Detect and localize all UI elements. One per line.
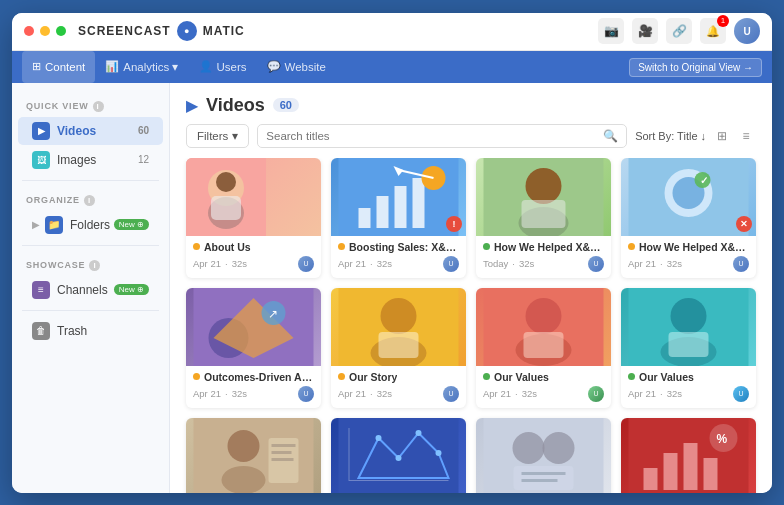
sidebar-trash-label: Trash [57, 324, 87, 338]
sidebar-item-folders[interactable]: ▶ 📁 Folders New ⊕ [18, 211, 163, 239]
view-toggle: ⊞ ≡ [712, 126, 756, 146]
video-meta-6: Apr 21 · 32s U [338, 386, 459, 402]
svg-text:✓: ✓ [700, 175, 708, 186]
users-icon: 👤 [199, 60, 213, 73]
svg-rect-53 [349, 428, 350, 480]
filters-label: Filters [197, 130, 228, 142]
sidebar-item-trash[interactable]: 🗑 Trash [18, 317, 163, 345]
folders-icon: 📁 [45, 216, 63, 234]
video-duration-1: 32s [232, 258, 247, 269]
notification-icon[interactable]: 🔔 [700, 18, 726, 44]
video-title-row-3: How We Helped X&Co [483, 241, 604, 253]
folders-new-badge: New ⊕ [114, 219, 149, 230]
svg-rect-62 [664, 453, 678, 490]
video-card-1[interactable]: About Us Apr 21 · 32s U [186, 158, 321, 278]
filters-button[interactable]: Filters ▾ [186, 124, 249, 148]
video-card-2[interactable]: ! Boosting Sales: X&Co Apr 21 · [331, 158, 466, 278]
sidebar-item-channels[interactable]: ≡ Channels New ⊕ [18, 276, 163, 304]
video-title-row-2: Boosting Sales: X&Co [338, 241, 459, 253]
maximize-button[interactable] [56, 26, 66, 36]
switch-view-button[interactable]: Switch to Original View → [629, 58, 762, 77]
nav-content-label: Content [45, 61, 85, 73]
svg-text:↗: ↗ [268, 307, 278, 321]
video-avatar-5: U [298, 386, 314, 402]
share-icon[interactable]: 🔗 [666, 18, 692, 44]
video-thumb-1 [186, 158, 321, 236]
page-title: Videos [206, 95, 265, 116]
svg-rect-45 [272, 458, 294, 461]
nav-analytics[interactable]: 📊 Analytics ▾ [95, 51, 188, 83]
video-thumb-11 [476, 418, 611, 493]
video-card-4[interactable]: ✓ ✕ How We Helped X&Co Apr 21 [621, 158, 756, 278]
video-thumb-9 [186, 418, 321, 493]
video-card-12[interactable]: % The Numbers: Young... Apr 21 [621, 418, 756, 493]
video-info-2: Boosting Sales: X&Co Apr 21 · 32s U [331, 236, 466, 278]
svg-rect-57 [514, 466, 574, 490]
video-info-8: Our Values Apr 21 · 32s U [621, 366, 756, 408]
video-avatar-4: U [733, 256, 749, 272]
close-button[interactable] [24, 26, 34, 36]
video-card-3[interactable]: How We Helped X&Co Today · 32s U [476, 158, 611, 278]
video-info-1: About Us Apr 21 · 32s U [186, 236, 321, 278]
search-input[interactable] [266, 130, 603, 142]
window-controls [24, 26, 66, 36]
svg-point-50 [416, 430, 422, 436]
videos-icon: ▶ [32, 122, 50, 140]
showcase-info-icon: i [89, 260, 100, 271]
svg-point-2 [216, 172, 236, 192]
video-title-row-8: Our Values [628, 371, 749, 383]
status-dot-7 [483, 373, 490, 380]
svg-rect-7 [377, 196, 389, 228]
svg-rect-64 [704, 458, 718, 490]
list-view-button[interactable]: ≡ [736, 126, 756, 146]
video-title-row-1: About Us [193, 241, 314, 253]
nav-content[interactable]: ⊞ Content [22, 51, 95, 83]
video-date-8: Apr 21 [628, 388, 656, 399]
svg-rect-58 [522, 472, 566, 475]
video-title-3: How We Helped X&Co [494, 241, 604, 253]
brand-name-left: SCREENCAST [78, 24, 171, 38]
sidebar-item-images[interactable]: 🖼 Images 12 [18, 146, 163, 174]
brand-name-right: MATIC [203, 24, 245, 38]
search-icon: 🔍 [603, 129, 618, 143]
video-date-1: Apr 21 [193, 258, 221, 269]
nav-bar: ⊞ Content 📊 Analytics ▾ 👤 Users 💬 Websit… [12, 51, 772, 83]
video-dur-4: · [660, 258, 663, 269]
sort-direction-icon: ↓ [701, 130, 707, 142]
video-card-8[interactable]: Our Values Apr 21 · 32s U [621, 288, 756, 408]
video-card-10[interactable]: Sales Lift: Merriweatt... Apr 21 · 32s U [331, 418, 466, 493]
grid-view-button[interactable]: ⊞ [712, 126, 732, 146]
sidebar-videos-label: Videos [57, 124, 96, 138]
status-dot-2 [338, 243, 345, 250]
camera-icon[interactable]: 📷 [598, 18, 624, 44]
error-badge-2: ! [446, 216, 462, 232]
user-avatar[interactable]: U [734, 18, 760, 44]
error-badge-4: ✕ [736, 216, 752, 232]
video-total-count: 60 [273, 98, 299, 112]
nav-website[interactable]: 💬 Website [257, 51, 336, 83]
sort-button[interactable]: Sort By: Title ↓ [635, 130, 706, 142]
video-card-7[interactable]: Our Values Apr 21 · 32s U [476, 288, 611, 408]
trash-icon: 🗑 [32, 322, 50, 340]
sort-label: Sort By: Title [635, 130, 697, 142]
svg-rect-4 [211, 196, 241, 220]
video-info-3: How We Helped X&Co Today · 32s U [476, 236, 611, 278]
video-card-11[interactable]: The Numbers: Young... Apr 21 · 32s U [476, 418, 611, 493]
quickview-info-icon: i [93, 101, 104, 112]
video-duration-2: 32s [377, 258, 392, 269]
status-dot-4 [628, 243, 635, 250]
video-title-6: Our Story [349, 371, 397, 383]
minimize-button[interactable] [40, 26, 50, 36]
video-icon[interactable]: 🎥 [632, 18, 658, 44]
search-bar: 🔍 [257, 124, 627, 148]
video-date-4: Apr 21 [628, 258, 656, 269]
video-card-5[interactable]: ↗ Outcomes-Driven Ap... Apr 21 [186, 288, 321, 408]
video-card-6[interactable]: Our Story Apr 21 · 32s U [331, 288, 466, 408]
nav-users[interactable]: 👤 Users [189, 51, 257, 83]
video-thumb-8 [621, 288, 756, 366]
sidebar-item-videos[interactable]: ▶ Videos 60 [18, 117, 163, 145]
analytics-icon: 📊 [105, 60, 119, 73]
status-dot-6 [338, 373, 345, 380]
video-card-9[interactable]: Principles We Stand By ... Apr 21 · 32s … [186, 418, 321, 493]
svg-point-41 [222, 466, 266, 493]
